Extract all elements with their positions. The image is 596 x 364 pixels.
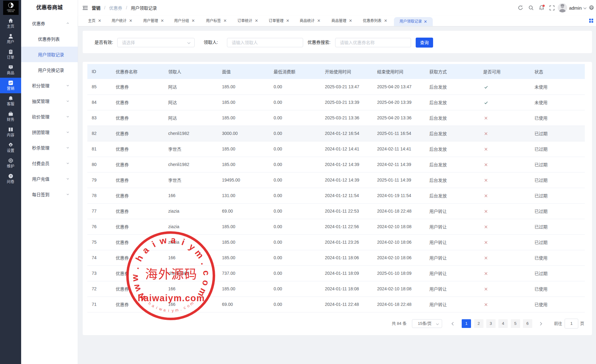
svg-text:?: ? <box>10 175 12 178</box>
svg-text:DREAM: DREAM <box>8 11 14 12</box>
svg-text:.: . <box>199 260 209 266</box>
svg-text:a: a <box>151 303 155 308</box>
svg-text:.: . <box>131 265 141 270</box>
svg-text:a: a <box>163 307 167 312</box>
svg-text:c: c <box>183 305 187 310</box>
svg-text:m: m <box>175 307 179 313</box>
svg-text:c: c <box>201 270 211 276</box>
svg-text:h: h <box>134 253 145 263</box>
svg-text:y: y <box>172 308 174 313</box>
svg-text:y: y <box>187 242 197 252</box>
svg-text:w: w <box>158 306 163 312</box>
svg-text:haiwaiym.com: haiwaiym.com <box>138 293 205 303</box>
svg-text:a: a <box>140 245 151 256</box>
svg-text:i: i <box>168 308 169 313</box>
svg-text:.: . <box>179 306 182 311</box>
svg-text:i: i <box>150 239 157 249</box>
svg-text:i: i <box>155 305 158 310</box>
svg-text:w: w <box>158 235 168 246</box>
svg-text:w: w <box>130 274 140 282</box>
svg-text:w: w <box>131 283 143 293</box>
svg-text:海外源码: 海外源码 <box>145 267 197 281</box>
svg-text:i: i <box>180 237 186 247</box>
svg-text:o: o <box>200 279 211 287</box>
svg-text:A: A <box>11 4 13 7</box>
svg-text:AMERICAN: AMERICAN <box>7 9 15 11</box>
svg-text:a: a <box>170 235 176 245</box>
